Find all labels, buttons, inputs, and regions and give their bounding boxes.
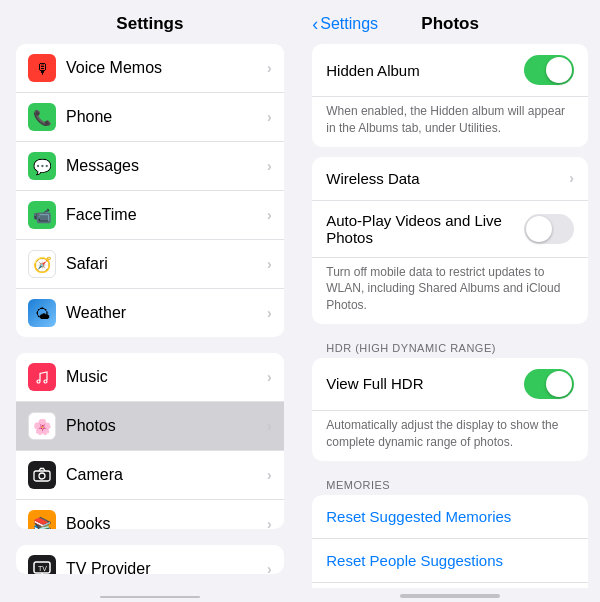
safari-chevron-icon: › (267, 256, 272, 272)
settings-group-1: 🎙 Voice Memos › 📞 Phone › 💬 Messages › 📹… (16, 44, 284, 337)
safari-label: Safari (66, 255, 267, 273)
settings-item-weather[interactable]: 🌤 Weather › (16, 289, 284, 337)
settings-item-facetime[interactable]: 📹 FaceTime › (16, 191, 284, 240)
facetime-label: FaceTime (66, 206, 267, 224)
view-full-hdr-item: View Full HDR (312, 358, 588, 411)
settings-group-2: Music › 🌸 Photos › Camera › 📚 Books › 🎙 … (16, 353, 284, 529)
right-header: ‹ Settings Photos (300, 0, 600, 44)
safari-icon: 🧭 (28, 250, 56, 278)
messages-label: Messages (66, 157, 267, 175)
reset-people-item[interactable]: Reset People Suggestions (312, 539, 588, 583)
view-full-hdr-label: View Full HDR (326, 375, 524, 392)
svg-point-1 (39, 473, 45, 479)
back-label: Settings (320, 15, 378, 33)
books-icon: 📚 (28, 510, 56, 529)
voice-memos-label: Voice Memos (66, 59, 267, 77)
books-chevron-icon: › (267, 516, 272, 529)
right-home-indicator (400, 594, 500, 598)
settings-group-3: TV TV Provider › (16, 545, 284, 574)
weather-icon: 🌤 (28, 299, 56, 327)
hdr-group: View Full HDR Automatically adjust the d… (312, 358, 588, 461)
memories-section-header: MEMORIES (312, 471, 588, 495)
right-panel-title: Photos (421, 14, 479, 34)
camera-icon (28, 461, 56, 489)
toggle-knob (546, 57, 572, 83)
right-content: Hidden Album When enabled, the Hidden al… (300, 44, 600, 588)
tv-provider-chevron-icon: › (267, 561, 272, 574)
wireless-autoplay-group: Wireless Data › Auto-Play Videos and Liv… (312, 157, 588, 324)
phone-label: Phone (66, 108, 267, 126)
settings-item-books[interactable]: 📚 Books › (16, 500, 284, 529)
camera-label: Camera (66, 466, 267, 484)
toggle-knob-autoplay (526, 216, 552, 242)
back-button[interactable]: ‹ Settings (312, 14, 378, 35)
settings-item-camera[interactable]: Camera › (16, 451, 284, 500)
wireless-data-item[interactable]: Wireless Data › (312, 157, 588, 201)
hdr-toggle[interactable] (524, 369, 574, 399)
tv-provider-icon: TV (28, 555, 56, 574)
music-chevron-icon: › (267, 369, 272, 385)
autoplay-description: Turn off mobile data to restrict updates… (312, 258, 588, 324)
settings-item-messages[interactable]: 💬 Messages › (16, 142, 284, 191)
hidden-album-group: Hidden Album When enabled, the Hidden al… (312, 44, 588, 147)
left-panel-title: Settings (0, 0, 300, 44)
wireless-data-label: Wireless Data (326, 170, 569, 187)
reset-memories-item[interactable]: Reset Suggested Memories (312, 495, 588, 539)
weather-label: Weather (66, 304, 267, 322)
tv-svg: TV (32, 560, 52, 574)
autoplay-label: Auto-Play Videos and Live Photos (326, 212, 524, 246)
home-indicator (100, 596, 200, 598)
photos-icon-char: 🌸 (33, 419, 52, 434)
books-label: Books (66, 515, 267, 529)
hidden-album-toggle[interactable] (524, 55, 574, 85)
hidden-album-description: When enabled, the Hidden album will appe… (312, 97, 588, 147)
weather-chevron-icon: › (267, 305, 272, 321)
weather-icon-char: 🌤 (35, 306, 50, 321)
photos-label: Photos (66, 417, 267, 435)
hdr-section-header: HDR (HIGH DYNAMIC RANGE) (312, 334, 588, 358)
settings-item-voice-memos[interactable]: 🎙 Voice Memos › (16, 44, 284, 93)
autoplay-toggle[interactable] (524, 214, 574, 244)
phone-chevron-icon: › (267, 109, 272, 125)
wireless-data-chevron-icon: › (569, 170, 574, 186)
photos-icon: 🌸 (28, 412, 56, 440)
messages-icon: 💬 (28, 152, 56, 180)
music-svg (33, 368, 51, 386)
toggle-knob-hdr (546, 371, 572, 397)
phone-icon: 📞 (28, 103, 56, 131)
holiday-events-item: Show Holiday Events (312, 583, 588, 588)
left-panel: Settings 🎙 Voice Memos › 📞 Phone › 💬 Mes… (0, 0, 300, 602)
reset-memories-label: Reset Suggested Memories (326, 508, 574, 525)
settings-item-safari[interactable]: 🧭 Safari › (16, 240, 284, 289)
photos-chevron-icon: › (267, 418, 272, 434)
settings-item-phone[interactable]: 📞 Phone › (16, 93, 284, 142)
autoplay-item: Auto-Play Videos and Live Photos (312, 201, 588, 258)
reset-people-label: Reset People Suggestions (326, 552, 574, 569)
camera-chevron-icon: › (267, 467, 272, 483)
messages-icon-char: 💬 (33, 159, 52, 174)
voice-memos-chevron-icon: › (267, 60, 272, 76)
safari-icon-char: 🧭 (33, 257, 52, 272)
hidden-album-item: Hidden Album (312, 44, 588, 97)
books-icon-char: 📚 (33, 517, 52, 529)
settings-item-music[interactable]: Music › (16, 353, 284, 402)
hdr-description: Automatically adjust the display to show… (312, 411, 588, 461)
messages-chevron-icon: › (267, 158, 272, 174)
hidden-album-label: Hidden Album (326, 62, 524, 79)
music-icon (28, 363, 56, 391)
svg-text:TV: TV (38, 565, 47, 572)
back-chevron-icon: ‹ (312, 14, 318, 35)
voice-memos-icon: 🎙 (28, 54, 56, 82)
settings-item-tv-provider[interactable]: TV TV Provider › (16, 545, 284, 574)
right-panel: ‹ Settings Photos Hidden Album When enab… (300, 0, 600, 602)
settings-item-photos[interactable]: 🌸 Photos › (16, 402, 284, 451)
facetime-chevron-icon: › (267, 207, 272, 223)
phone-icon-char: 📞 (33, 110, 52, 125)
camera-svg (33, 467, 51, 483)
facetime-icon: 📹 (28, 201, 56, 229)
facetime-icon-char: 📹 (33, 208, 52, 223)
voice-memos-icon-char: 🎙 (35, 61, 50, 76)
tv-provider-label: TV Provider (66, 560, 267, 574)
music-label: Music (66, 368, 267, 386)
memories-group: Reset Suggested Memories Reset People Su… (312, 495, 588, 588)
